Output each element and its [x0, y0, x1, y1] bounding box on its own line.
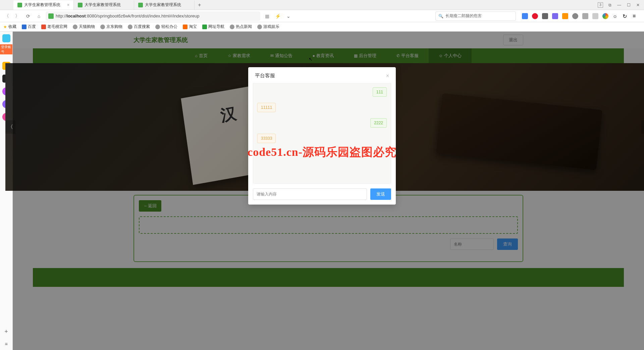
url-input[interactable]: http://localhost:8080/springboot6z6wk/fr…: [46, 11, 260, 21]
bookmark-item[interactable]: 轻松办公: [155, 24, 177, 30]
tab-favicon: [17, 3, 22, 7]
flash-icon[interactable]: ⚡: [274, 12, 282, 20]
side-app-icon[interactable]: [2, 34, 10, 42]
browser-tab[interactable]: 大学生家教管理系统: [134, 0, 195, 10]
bookmark-icon[interactable]: ⧉: [607, 2, 612, 8]
chat-input[interactable]: [253, 188, 367, 200]
ext-shield-icon[interactable]: [562, 13, 568, 19]
add-icon[interactable]: +: [4, 328, 8, 335]
chat-message-received: 11111: [257, 103, 276, 112]
ext-search-icon[interactable]: [572, 13, 578, 19]
bookmarks-bar: ★收藏 百度 老毛桃官网 天猫购物 京东购物 百度搜索 轻松办公 淘宝 网址导航…: [0, 22, 644, 32]
modal-header: 平台客服 ×: [248, 67, 396, 83]
ext-scissors-icon[interactable]: [542, 13, 548, 19]
qr-icon[interactable]: ▦: [263, 12, 271, 20]
ext-chrome-icon[interactable]: [602, 13, 608, 19]
maximize-icon[interactable]: ☐: [626, 2, 631, 8]
back-icon[interactable]: 〈: [3, 12, 11, 20]
ext-menu-icon[interactable]: ≡: [633, 13, 639, 19]
ext-sun-icon[interactable]: ☼: [612, 13, 619, 19]
home-icon[interactable]: ⌂: [35, 12, 43, 20]
modal-title: 平台客服: [255, 73, 275, 79]
new-tab-button[interactable]: +: [195, 2, 204, 8]
chat-modal: 平台客服 × 111 11111 2222 33333 发送: [248, 67, 396, 205]
bookmark-item[interactable]: 游戏娱乐: [257, 24, 279, 30]
login-tag[interactable]: 登录账号: [0, 44, 12, 54]
forward-icon[interactable]: 〉: [13, 12, 21, 20]
browser-tab[interactable]: 大学生家教管理系统: [74, 0, 134, 10]
chat-message-sent: 2222: [370, 118, 387, 128]
tab-favicon: [138, 3, 143, 7]
bookmark-item[interactable]: 网址导航: [202, 24, 224, 30]
minimize-icon[interactable]: —: [616, 2, 622, 8]
send-button[interactable]: 发送: [370, 188, 391, 200]
chat-message-list[interactable]: 111 11111 2222 33333: [253, 83, 391, 184]
tab-favicon: [78, 3, 83, 7]
chat-message-received: 33333: [257, 134, 276, 143]
browser-tab-strip: 大学生家教管理系统 × 大学生家教管理系统 大学生家教管理系统 + 3 ⧉ — …: [0, 0, 644, 10]
modal-footer: 发送: [248, 184, 396, 205]
close-icon[interactable]: ×: [386, 73, 389, 79]
close-window-icon[interactable]: ✕: [635, 2, 641, 8]
bookmark-item[interactable]: 老毛桃官网: [41, 24, 67, 30]
search-text: 长期瘦二郎腿的危害: [445, 13, 482, 19]
ext-refresh-icon[interactable]: ↻: [623, 13, 629, 19]
extension-icons: ☼ ↻ ≡: [522, 13, 641, 19]
bookmark-item[interactable]: 淘宝: [183, 24, 197, 30]
tab-close-icon[interactable]: ×: [67, 3, 69, 7]
menu-icon[interactable]: ≡: [5, 341, 7, 347]
search-icon: 🔍: [438, 14, 443, 18]
address-bar: 〈 〉 ⟳ ⌂ http://localhost:8080/springboot…: [0, 10, 644, 22]
bookmark-item[interactable]: 百度: [22, 24, 36, 30]
bookmark-item[interactable]: 热点新闻: [230, 24, 252, 30]
tab-title: 大学生家教管理系统: [85, 2, 121, 8]
tab-title: 大学生家教管理系统: [145, 2, 181, 8]
tab-title: 大学生家教管理系统: [24, 2, 60, 8]
bookmark-item[interactable]: 百度搜索: [128, 24, 150, 30]
ext-purple-icon[interactable]: [552, 13, 558, 19]
browser-tab[interactable]: 大学生家教管理系统 ×: [13, 0, 74, 10]
bookmark-item[interactable]: ★收藏: [3, 24, 16, 30]
window-controls: 3 ⧉ — ☐ ✕: [598, 2, 644, 8]
browser-search-input[interactable]: 🔍 长期瘦二郎腿的危害: [435, 11, 516, 21]
ext-puzzle-icon[interactable]: [582, 13, 588, 19]
ext-weibo-icon[interactable]: [532, 13, 538, 19]
chevron-down-icon[interactable]: ⌄: [284, 12, 292, 20]
url-text: http://localhost:8080/springboot6z6wk/fr…: [56, 13, 200, 18]
ext-grid-icon[interactable]: [592, 13, 598, 19]
shield-icon: [48, 13, 54, 19]
ext-mail-icon[interactable]: [522, 13, 528, 19]
chat-message-sent: 111: [373, 87, 387, 97]
bookmark-item[interactable]: 京东购物: [100, 24, 122, 30]
bookmark-item[interactable]: 天猫购物: [73, 24, 95, 30]
tab-count-badge[interactable]: 3: [598, 2, 603, 8]
reload-icon[interactable]: ⟳: [24, 12, 32, 20]
